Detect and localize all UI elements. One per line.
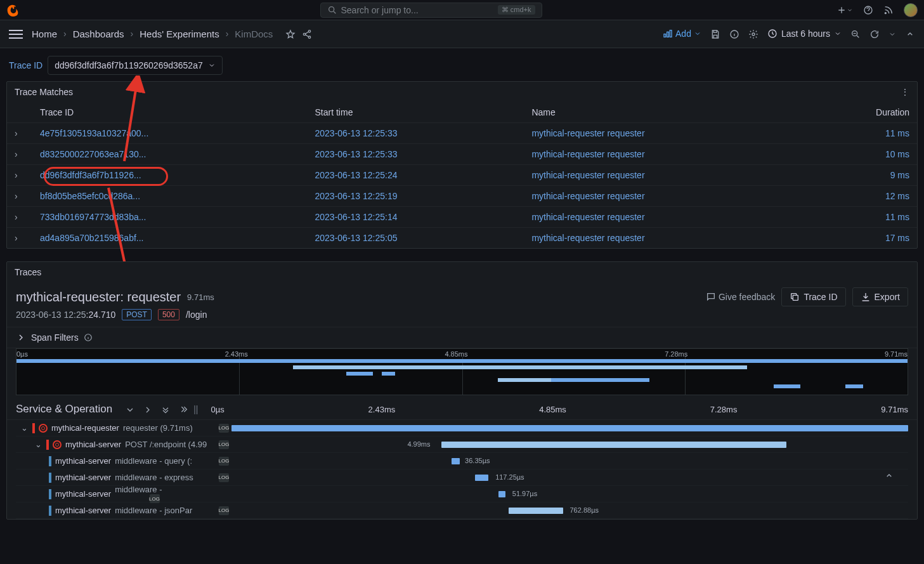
cell-trace-id[interactable]: bf8d05be85efc0cd286a... <box>32 186 308 207</box>
log-icon[interactable]: LOG <box>219 457 229 466</box>
span-bar[interactable] <box>231 425 908 431</box>
col-start[interactable]: Start time <box>308 102 524 123</box>
span-row[interactable]: mythical-server middleware - LOG 51.97µs <box>16 486 908 502</box>
crumb-home[interactable]: Home <box>32 29 57 39</box>
share-icon[interactable] <box>302 29 312 39</box>
span-service: mythical-server <box>55 473 111 482</box>
log-icon[interactable]: LOG <box>219 424 229 433</box>
give-feedback[interactable]: Give feedback <box>706 292 776 302</box>
cell-trace-id[interactable]: ad4a895a70b215986abf... <box>32 228 308 249</box>
cell-name[interactable]: mythical-requester requester <box>524 165 809 186</box>
svg-point-0 <box>329 6 334 11</box>
col-duration[interactable]: Duration <box>809 102 917 123</box>
span-row[interactable]: mythical-server middleware - query (: LO… <box>16 453 908 469</box>
caret-icon[interactable]: ⌄ <box>21 423 29 433</box>
cell-start: 2023-06-13 12:25:14 <box>308 207 524 228</box>
var-trace-id[interactable]: dd96f3dfdf3a6f7b119260269d3652a7 <box>48 56 223 75</box>
collapse-icon[interactable] <box>905 29 915 39</box>
cell-name[interactable]: mythical-requester requester <box>524 144 809 165</box>
caret-icon[interactable]: ⌄ <box>35 440 42 449</box>
expand-row-icon[interactable]: › <box>7 123 32 144</box>
expand-icon[interactable] <box>143 403 153 414</box>
user-avatar[interactable] <box>904 3 918 17</box>
span-row[interactable]: mythical-server middleware - jsonPar LOG… <box>16 502 908 519</box>
span-bar[interactable] <box>452 458 460 464</box>
span-bar[interactable] <box>498 491 505 497</box>
table-row[interactable]: › 4e75f1305193a10327a00... 2023-06-13 12… <box>7 123 917 144</box>
refresh-icon[interactable] <box>869 29 880 39</box>
cell-duration: 10 ms <box>809 144 917 165</box>
log-icon[interactable]: LOG <box>219 440 229 449</box>
table-row[interactable]: › 733db016974773dd83ba... 2023-06-13 12:… <box>7 207 917 228</box>
svg-rect-10 <box>793 295 798 300</box>
crumb-dashboards[interactable]: Dashboards <box>73 29 124 39</box>
time-picker[interactable]: Last 6 hours <box>767 29 842 39</box>
help-icon[interactable] <box>863 4 873 15</box>
expand-row-icon[interactable]: › <box>7 228 32 249</box>
span-bar[interactable] <box>509 508 563 514</box>
var-label: Trace ID <box>9 60 42 70</box>
zoom-out-icon[interactable] <box>850 29 861 39</box>
log-icon[interactable]: LOG <box>150 494 160 503</box>
span-duration-label: 762.88µs <box>570 506 599 514</box>
span-operation: middleware - express <box>115 473 193 482</box>
menu-toggle[interactable] <box>9 27 23 41</box>
add-button[interactable]: Add <box>663 29 701 39</box>
table-row[interactable]: › dd96f3dfdf3a6f7b11926... 2023-06-13 12… <box>7 165 917 186</box>
span-service: mythical-server <box>55 456 111 466</box>
cell-trace-id[interactable]: 733db016974773dd83ba... <box>32 207 308 228</box>
span-operation: requester (9.71ms) <box>123 423 193 433</box>
service-color-chip <box>49 506 51 516</box>
add-menu-icon[interactable] <box>836 4 853 15</box>
table-row[interactable]: › ad4a895a70b215986abf... 2023-06-13 12:… <box>7 228 917 249</box>
expand-deep-icon[interactable] <box>178 403 188 414</box>
span-bar[interactable] <box>475 475 488 481</box>
expand-row-icon[interactable]: › <box>7 186 32 207</box>
log-icon[interactable]: LOG <box>219 473 229 482</box>
cell-duration: 9 ms <box>809 165 917 186</box>
cell-trace-id[interactable]: 4e75f1305193a10327a00... <box>32 123 308 144</box>
collapse-all-icon[interactable] <box>125 403 135 414</box>
span-row[interactable]: mythical-server middleware - express LOG… <box>16 469 908 486</box>
cell-name[interactable]: mythical-requester requester <box>524 207 809 228</box>
span-row[interactable]: ⌄ mythical-requester requester (9.71ms) … <box>16 420 908 436</box>
cell-duration: 17 ms <box>809 228 917 249</box>
rss-icon[interactable] <box>883 4 894 15</box>
span-duration-label: 117.25µs <box>495 473 524 481</box>
resize-handle[interactable]: || <box>193 404 198 414</box>
expand-row-icon[interactable]: › <box>7 165 32 186</box>
trace-timestamp: 2023-06-13 12:25:24.710 <box>16 310 115 320</box>
cell-name[interactable]: mythical-requester requester <box>524 186 809 207</box>
back-to-top[interactable] <box>884 470 894 481</box>
span-duration-label: 4.99ms <box>407 440 430 448</box>
settings-icon[interactable] <box>748 29 758 39</box>
span-bar[interactable] <box>441 442 786 448</box>
table-row[interactable]: › bf8d05be85efc0cd286a... 2023-06-13 12:… <box>7 186 917 207</box>
cell-name[interactable]: mythical-requester requester <box>524 228 809 249</box>
collapse-deep-icon[interactable] <box>160 403 171 414</box>
save-icon[interactable] <box>710 29 720 39</box>
cell-trace-id[interactable]: dd96f3dfdf3a6f7b11926... <box>32 165 308 186</box>
col-trace-id[interactable]: Trace ID <box>32 102 308 123</box>
span-row[interactable]: ⌄ mythical-server POST /:endpoint (4.99 … <box>16 436 908 453</box>
col-name[interactable]: Name <box>524 102 809 123</box>
refresh-interval-chevron[interactable] <box>888 29 896 39</box>
table-row[interactable]: › d8325000227063ea7130... 2023-06-13 12:… <box>7 144 917 165</box>
error-ring-icon <box>39 424 48 433</box>
panel-menu-icon[interactable]: ⋮ <box>901 87 909 97</box>
span-filters[interactable]: Span Filters <box>7 327 917 348</box>
cell-name[interactable]: mythical-requester requester <box>524 123 809 144</box>
traceid-button[interactable]: Trace ID <box>781 287 845 306</box>
trace-minimap[interactable]: 0µs 2.43ms 4.85ms 7.28ms 9.71ms <box>16 348 908 395</box>
crumb-folder[interactable]: Heds' Experiments <box>140 29 219 39</box>
log-icon[interactable]: LOG <box>219 506 229 515</box>
star-icon[interactable] <box>285 29 296 39</box>
panel-traces: Traces mythical-requester: requester 9.7… <box>6 261 918 520</box>
info-icon[interactable] <box>729 29 739 39</box>
expand-row-icon[interactable]: › <box>7 144 32 165</box>
cell-trace-id[interactable]: d8325000227063ea7130... <box>32 144 308 165</box>
global-search[interactable]: Search or jump to... ⌘ cmd+k <box>320 3 542 18</box>
export-button[interactable]: Export <box>852 287 908 306</box>
expand-row-icon[interactable]: › <box>7 207 32 228</box>
span-service: mythical-server <box>55 506 111 515</box>
